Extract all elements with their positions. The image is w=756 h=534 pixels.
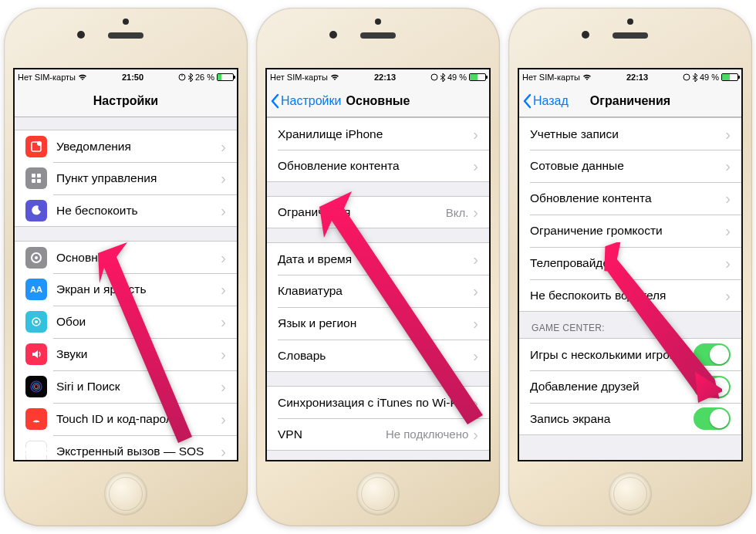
home-button[interactable] <box>356 472 400 515</box>
row-display[interactable]: AA Экран и яркость › <box>15 273 237 306</box>
battery-percent: 26 % <box>195 73 214 82</box>
front-camera <box>582 31 589 39</box>
chevron-left-icon <box>270 93 279 109</box>
row-notifications[interactable]: Уведомления › <box>15 130 237 162</box>
orientation-lock-icon <box>683 73 690 81</box>
row-multiplayer-games[interactable]: Игры с несколькими игрока... <box>519 338 741 370</box>
sensor-dot <box>627 19 633 25</box>
row-siri[interactable]: Siri и Поиск › <box>15 370 237 403</box>
front-camera <box>77 31 85 39</box>
chevron-right-icon: › <box>725 288 731 303</box>
svg-point-10 <box>35 320 38 323</box>
home-button[interactable] <box>609 472 652 515</box>
bluetooth-icon <box>693 73 697 82</box>
row-label: Siri и Поиск <box>56 380 221 394</box>
chevron-left-icon <box>522 93 532 109</box>
restrictions-list[interactable]: Учетные записи › Сотовые данные › Обновл… <box>519 117 741 460</box>
chevron-right-icon: › <box>473 283 478 299</box>
wifi-icon <box>330 73 339 81</box>
row-label: Синхронизация с iTunes по Wi-Fi <box>278 396 473 410</box>
wallpaper-icon <box>25 311 47 333</box>
row-touchid[interactable]: Touch ID и код-пароль › <box>15 403 237 435</box>
row-label: Пункт управления <box>56 171 221 185</box>
row-label: Уведомления <box>56 140 221 154</box>
sounds-icon <box>25 343 47 365</box>
dnd-icon <box>25 200 47 221</box>
chevron-right-icon: › <box>473 316 478 331</box>
row-itunes-wifi-sync[interactable]: Синхронизация с iTunes по Wi-Fi › <box>267 386 489 418</box>
svg-rect-3 <box>32 174 35 177</box>
row-label: Словарь <box>278 349 473 363</box>
wifi-icon <box>78 73 87 81</box>
row-label: Не беспокоить <box>56 204 221 218</box>
carrier-label: Нет SIM-карты <box>270 73 328 82</box>
general-list[interactable]: Хранилище iPhone › Обновление контента ›… <box>267 117 489 460</box>
chevron-right-icon: › <box>221 282 226 297</box>
back-button[interactable]: Настройки <box>270 85 341 117</box>
row-volume-limit[interactable]: Ограничение громкости › <box>519 215 741 247</box>
chevron-right-icon: › <box>221 203 226 218</box>
row-label: Ограничения <box>278 205 446 219</box>
svg-point-8 <box>35 256 38 259</box>
row-label: Экстренный вызов — SOS <box>56 444 221 458</box>
control-center-icon <box>25 167 47 189</box>
row-background-refresh[interactable]: Обновление контента › <box>519 182 741 215</box>
row-screen-recording[interactable]: Запись экрана <box>519 403 741 435</box>
chevron-right-icon: › <box>473 204 478 220</box>
chevron-right-icon: › <box>725 158 731 174</box>
row-label: Touch ID и код-пароль <box>56 412 221 426</box>
row-cellular-data[interactable]: Сотовые данные › <box>519 150 741 182</box>
chevron-right-icon: › <box>473 127 478 142</box>
row-adding-friends[interactable]: Добавление друзей <box>519 370 741 403</box>
row-label: Обновление контента <box>530 191 725 205</box>
row-accounts[interactable]: Учетные записи › <box>519 117 741 150</box>
chevron-right-icon: › <box>221 411 226 427</box>
chevron-right-icon: › <box>221 250 226 265</box>
row-background-refresh[interactable]: Обновление контента › <box>267 150 489 182</box>
row-detail: Вкл. <box>446 206 469 219</box>
row-label: Не беспокоить водителя <box>530 289 725 302</box>
toggle-on[interactable] <box>694 343 731 366</box>
clock: 21:50 <box>87 73 178 82</box>
row-label: Ограничение громкости <box>530 224 725 238</box>
row-vpn[interactable]: VPN Не подключено › <box>267 418 489 451</box>
toggle-on[interactable] <box>694 407 731 430</box>
row-label: Сотовые данные <box>530 159 725 173</box>
row-general[interactable]: Основные › <box>15 241 237 273</box>
row-detail: Не подключено <box>386 428 468 441</box>
chevron-right-icon: › <box>221 444 226 459</box>
svg-point-17 <box>683 74 690 80</box>
row-dnd[interactable]: Не беспокоить › <box>15 194 237 227</box>
status-bar: Нет SIM-карты 21:50 26 % <box>15 69 237 85</box>
wifi-icon <box>582 73 592 81</box>
row-storage[interactable]: Хранилище iPhone › <box>267 117 489 150</box>
row-restrictions[interactable]: Ограничения Вкл. › <box>267 196 489 228</box>
back-button[interactable]: Назад <box>522 85 569 117</box>
section-header-gamecenter: GAME CENTER: <box>519 312 741 338</box>
row-dictionary[interactable]: Словарь › <box>267 340 489 372</box>
row-tv-provider[interactable]: Телепровайдер › <box>519 247 741 279</box>
settings-list[interactable]: Уведомления › Пункт управления › Не бесп… <box>15 117 237 460</box>
toggle-on[interactable] <box>694 376 731 398</box>
chevron-right-icon: › <box>221 379 226 394</box>
home-button[interactable] <box>104 472 147 515</box>
row-control-center[interactable]: Пункт управления › <box>15 162 237 194</box>
sos-icon: SOS <box>25 441 47 461</box>
row-wallpaper[interactable]: Обои › <box>15 306 237 338</box>
row-keyboard[interactable]: Клавиатура › <box>267 275 489 307</box>
row-label: Запись экрана <box>530 412 694 426</box>
row-label: Экран и яркость <box>56 282 221 296</box>
chevron-right-icon: › <box>221 314 226 330</box>
row-dnd-driving[interactable]: Не беспокоить водителя › <box>519 279 741 312</box>
row-date-time[interactable]: Дата и время › <box>267 242 489 275</box>
chevron-right-icon: › <box>473 348 478 363</box>
page-title: Ограничения <box>590 94 670 108</box>
phone-frame-2: Нет SIM-карты 22:13 49 % Настройки Основ… <box>256 8 500 526</box>
row-sos[interactable]: SOS Экстренный вызов — SOS › <box>15 435 237 460</box>
battery-percent: 49 % <box>447 73 467 82</box>
battery-icon <box>721 73 738 81</box>
svg-rect-4 <box>37 174 41 177</box>
row-sounds[interactable]: Звуки › <box>15 338 237 370</box>
back-label: Назад <box>533 94 569 108</box>
row-language-region[interactable]: Язык и регион › <box>267 307 489 340</box>
